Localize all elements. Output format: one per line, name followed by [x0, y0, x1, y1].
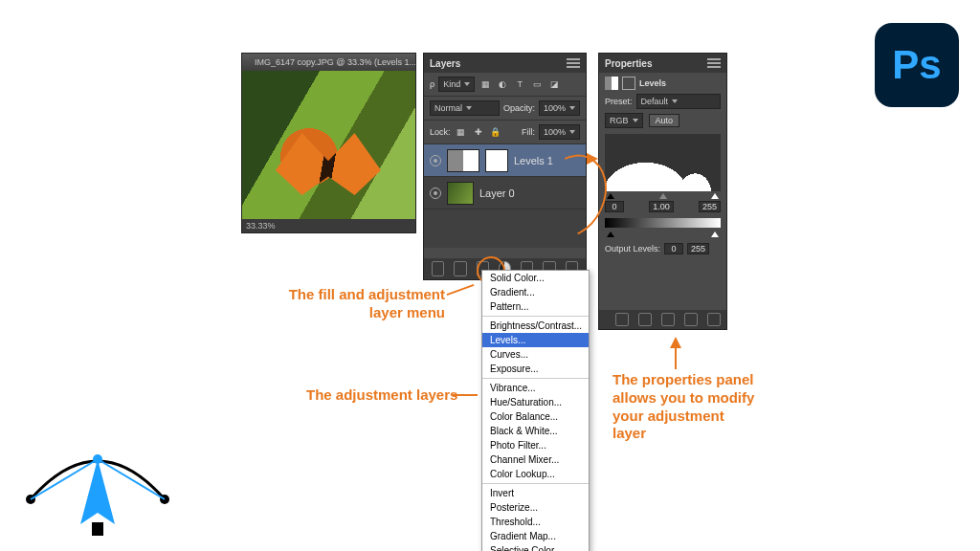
channel-dropdown[interactable]: RGB — [605, 113, 643, 128]
annotation-props: The properties panel allows you to modif… — [612, 371, 761, 443]
layers-panel-header: Layers — [424, 54, 586, 73]
visibility-icon[interactable] — [430, 155, 441, 166]
menu-item[interactable]: Gradient Map... — [482, 529, 589, 543]
svg-line-4 — [98, 459, 165, 499]
arrow-line — [447, 284, 475, 296]
output-white-field[interactable]: 255 — [687, 243, 709, 254]
pen-tool-icon — [21, 432, 174, 538]
doc-titlebar[interactable]: IMG_6147 copy.JPG @ 33.3% (Levels 1... — [242, 54, 415, 71]
menu-item[interactable]: Vibrance... — [482, 381, 589, 395]
arrow-line — [453, 394, 478, 396]
svg-rect-5 — [92, 522, 103, 536]
black-point-slider[interactable] — [607, 193, 614, 199]
filter-kind-dropdown[interactable]: Kind — [438, 77, 475, 92]
lock-pixels-icon[interactable]: ▦ — [455, 125, 468, 139]
toggle-vis-icon[interactable] — [684, 313, 698, 326]
filter-smart-icon[interactable]: ◪ — [547, 77, 561, 91]
menu-item[interactable]: Pattern... — [482, 299, 589, 314]
filter-pixel-icon[interactable]: ▦ — [479, 77, 492, 91]
menu-item[interactable]: Selective Color... — [482, 543, 589, 551]
lock-all-icon[interactable]: 🔒 — [489, 125, 502, 139]
input-white-field[interactable]: 255 — [699, 201, 721, 212]
fill-label: Fill: — [522, 127, 535, 137]
lock-row: Lock: ▦ ✚ 🔒 Fill: 100% — [424, 121, 586, 144]
menu-item[interactable]: Channel Mixer... — [482, 452, 589, 467]
arrow-line — [675, 348, 677, 369]
menu-item[interactable]: Curves... — [482, 347, 589, 362]
mask-type-icon — [622, 77, 635, 90]
annotation-fill-adj: The fill and adjustment layer menu — [263, 286, 445, 322]
filter-adj-icon[interactable]: ◐ — [496, 77, 509, 91]
input-black-field[interactable]: 0 — [605, 201, 624, 212]
output-label: Output Levels: — [605, 244, 660, 253]
link-layers-icon[interactable] — [432, 261, 444, 276]
panel-menu-icon[interactable] — [707, 58, 721, 68]
layers-panel-title: Layers — [430, 58, 460, 69]
mid-point-slider[interactable] — [659, 193, 667, 199]
clip-icon[interactable] — [615, 313, 629, 326]
lock-position-icon[interactable]: ✚ — [472, 125, 485, 139]
output-black-field[interactable]: 0 — [664, 243, 683, 254]
properties-panel: Properties Levels Preset: Default RGB Au… — [598, 53, 727, 330]
menu-item[interactable]: Solid Color... — [482, 271, 589, 285]
layer-name[interactable]: Levels 1 — [514, 155, 553, 166]
opacity-input[interactable]: 100% — [539, 100, 580, 116]
menu-item[interactable]: Color Lookup... — [482, 467, 589, 481]
document-canvas[interactable] — [242, 71, 415, 219]
menu-item[interactable]: Invert — [482, 486, 589, 500]
menu-item[interactable]: Photo Filter... — [482, 438, 589, 452]
menu-item[interactable]: Brightness/Contrast... — [482, 319, 589, 333]
adj-type-icon — [605, 77, 618, 90]
layer-name[interactable]: Layer 0 — [479, 187, 515, 199]
doc-footer: 33.33% — [242, 219, 415, 232]
visibility-icon[interactable] — [430, 187, 441, 199]
histogram[interactable] — [605, 134, 721, 191]
trash-icon[interactable] — [707, 313, 721, 326]
opacity-label: Opacity: — [503, 103, 535, 113]
props-title: Properties — [605, 58, 652, 69]
blend-row: Normal Opacity: 100% — [424, 97, 586, 121]
input-mid-field[interactable]: 1.00 — [649, 201, 674, 212]
menu-item[interactable]: Threshold... — [482, 515, 589, 529]
panel-menu-icon[interactable] — [567, 58, 580, 68]
annotation-adj-layers: The adjustment layers — [306, 386, 457, 405]
fill-input[interactable]: 100% — [539, 124, 580, 140]
svg-line-3 — [31, 459, 98, 499]
preset-label: Preset: — [605, 97, 633, 106]
reset-icon[interactable] — [661, 313, 675, 326]
arrow-icon — [670, 337, 681, 348]
lock-label: Lock: — [430, 127, 451, 137]
menu-item[interactable]: Color Balance... — [482, 409, 589, 424]
output-gradient[interactable] — [605, 218, 721, 228]
auto-button[interactable]: Auto — [649, 114, 680, 127]
adj-thumb-icon[interactable] — [447, 149, 479, 172]
image-thumb-icon[interactable] — [447, 182, 474, 205]
menu-item[interactable]: Black & White... — [482, 424, 589, 438]
layer-filter-row: ρ Kind ▦ ◐ T ▭ ◪ — [424, 73, 586, 97]
output-black-slider[interactable] — [607, 231, 614, 237]
preset-dropdown[interactable]: Default — [636, 94, 721, 109]
filter-shape-icon[interactable]: ▭ — [530, 77, 544, 91]
adj-type-label: Levels — [639, 78, 666, 88]
filter-type-icon[interactable]: T — [513, 77, 526, 91]
menu-item[interactable]: Gradient... — [482, 285, 589, 299]
white-point-slider[interactable] — [711, 193, 719, 199]
adjustment-layer-menu[interactable]: Solid Color...Gradient...Pattern...Brigh… — [481, 270, 590, 551]
photoshop-logo: Ps — [875, 23, 959, 107]
props-header: Properties — [599, 54, 726, 73]
menu-item[interactable]: Exposure... — [482, 362, 589, 376]
view-prev-icon[interactable] — [638, 313, 652, 326]
fx-icon[interactable] — [454, 261, 466, 276]
doc-title: IMG_6147 copy.JPG @ 33.3% (Levels 1... — [255, 57, 415, 67]
menu-item[interactable]: Levels... — [482, 333, 589, 347]
output-white-slider[interactable] — [711, 231, 719, 237]
mask-icon[interactable] — [485, 149, 508, 172]
menu-item[interactable]: Posterize... — [482, 500, 589, 515]
blend-mode-dropdown[interactable]: Normal — [430, 100, 500, 116]
document-window: IMG_6147 copy.JPG @ 33.3% (Levels 1... 3… — [241, 53, 416, 233]
props-footer — [599, 310, 726, 329]
zoom-level[interactable]: 33.33% — [246, 221, 276, 231]
menu-item[interactable]: Hue/Saturation... — [482, 395, 589, 409]
butterfly-image — [276, 133, 381, 195]
